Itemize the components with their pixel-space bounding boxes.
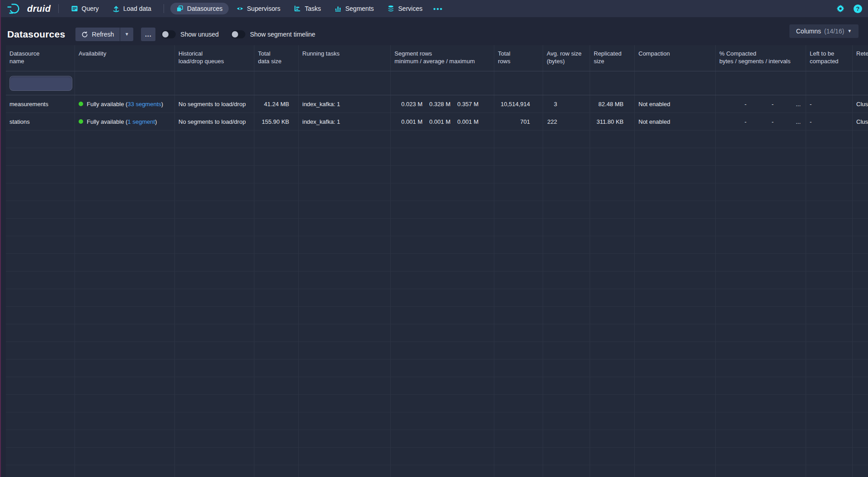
nav-item-query[interactable]: Query [65, 3, 105, 14]
column-header-availability[interactable]: Availability [75, 45, 175, 71]
nav-item-datasources[interactable]: Datasources [170, 3, 229, 14]
toolbar-more-button[interactable]: ... [141, 28, 155, 41]
table-row-empty [6, 271, 868, 289]
cell-total-rows: 10,514,914 [494, 95, 543, 112]
cell-pct-compacted: - - ... [716, 95, 806, 112]
refresh-button[interactable]: Refresh [75, 28, 120, 41]
column-header-total-data-size[interactable]: Totaldata size [254, 45, 299, 71]
table-row-empty [6, 395, 868, 412]
cell-pct-compacted: - - ... [716, 113, 806, 130]
cell-availability: Fully available (1 segment) [75, 113, 175, 130]
segments-icon [334, 5, 342, 12]
column-header-total-rows[interactable]: Totalrows [494, 45, 543, 71]
toggle-label: Show segment timeline [250, 31, 315, 38]
load-data-icon [113, 5, 120, 12]
column-header-avg-row-size[interactable]: Avg. row size(bytes) [543, 45, 590, 71]
nav-item-label: Segments [345, 5, 374, 12]
cell-avg-row-size: 222 [543, 113, 590, 130]
refresh-icon [81, 31, 88, 38]
column-header-segment-rows[interactable]: Segment rowsminimum / average / maximum [391, 45, 494, 71]
page-title: Datasources [7, 29, 65, 40]
nav-item-load-data[interactable]: Load data [107, 3, 157, 14]
druid-swirl-icon [7, 3, 23, 15]
nav-item-label: Query [82, 5, 99, 12]
cell-datasource-name[interactable]: measurements [6, 95, 75, 112]
cell-compaction[interactable]: Not enabled [635, 95, 716, 112]
supervisors-icon [236, 5, 244, 12]
column-header-left-to-be-compacted[interactable]: Left to becompacted [806, 45, 853, 71]
datasource-name-filter-input[interactable] [9, 76, 72, 91]
cell-segment-rows: 0.023 M 0.328 M 0.357 M [391, 95, 494, 112]
cell-compaction[interactable]: Not enabled [635, 113, 716, 130]
column-header-pct-compacted[interactable]: % Compactedbytes / segments / intervals [716, 45, 806, 71]
table-row-empty [6, 412, 868, 430]
refresh-interval-caret-button[interactable]: ▼ [120, 28, 133, 41]
query-icon [71, 5, 78, 12]
column-header-compaction[interactable]: Compaction [635, 45, 716, 71]
cell-running-tasks: index_kafka: 1 [299, 95, 391, 112]
nav-item-label: Services [398, 5, 422, 12]
column-header-replicated-size[interactable]: Replicatedsize [590, 45, 635, 71]
nav-item-tasks[interactable]: Tasks [288, 3, 327, 14]
cell-replicated-size: 82.48 MB [590, 95, 635, 112]
top-navbar: druid Query Load data Datasources [0, 0, 868, 17]
window-left-edge [0, 0, 1, 477]
toggle-knob [162, 31, 169, 37]
cell-total-data-size: 41.24 MB [254, 95, 299, 112]
nav-item-segments[interactable]: Segments [328, 3, 380, 14]
nav-item-label: Datasources [187, 5, 223, 12]
table-row-empty [6, 183, 868, 201]
druid-logo[interactable]: druid [7, 3, 51, 15]
show-unused-toggle[interactable]: Show unused [161, 30, 225, 38]
table-row-empty [6, 166, 868, 183]
table-row-empty [6, 377, 868, 395]
toggle-track[interactable] [161, 30, 176, 38]
segments-count-link[interactable]: 1 segment [127, 118, 155, 125]
show-segment-timeline-toggle[interactable]: Show segment timeline [231, 30, 322, 38]
nav-item-supervisors[interactable]: Supervisors [230, 3, 286, 14]
cell-replicated-size: 311.80 KB [590, 113, 635, 130]
chevron-down-icon: ▼ [847, 29, 852, 33]
table-row-empty [6, 219, 868, 236]
brand-wordmark: druid [27, 4, 51, 14]
column-header-retention[interactable]: Retention [853, 45, 868, 71]
table-header-row: Datasourcename Availability Historicallo… [6, 45, 868, 71]
segments-count-link[interactable]: 33 segments [127, 101, 161, 108]
nav-item-label: Load data [123, 5, 151, 12]
columns-label: Columns [796, 28, 821, 35]
cell-datasource-name[interactable]: stations [6, 113, 75, 130]
availability-status-dot [79, 119, 83, 124]
cell-avg-row-size: 3 [543, 95, 590, 112]
chevron-down-icon: ▼ [125, 32, 129, 37]
table-row-empty [6, 254, 868, 271]
nav-divider [58, 4, 59, 13]
cell-segment-rows: 0.001 M 0.001 M 0.001 M [391, 113, 494, 130]
nav-item-services[interactable]: Services [381, 3, 428, 14]
toggle-track[interactable] [231, 30, 245, 38]
nav-overflow-button[interactable]: ••• [429, 5, 447, 13]
table-row-empty [6, 448, 868, 465]
cell-retention[interactable]: Cluster default [853, 113, 868, 130]
column-header-running-tasks[interactable]: Running tasks [299, 45, 391, 71]
services-icon [387, 5, 394, 12]
table-row-empty [6, 307, 868, 324]
column-header-historical-queues[interactable]: Historicalload/drop queues [175, 45, 254, 71]
toggle-knob [232, 31, 238, 37]
availability-status-dot [79, 102, 83, 106]
navbar-right-group: ? [836, 4, 862, 13]
column-header-datasource-name[interactable]: Datasourcename [6, 45, 75, 71]
cell-left-to-be-compacted: - [806, 95, 853, 112]
table-row-empty [6, 201, 868, 219]
table-row-empty [6, 430, 868, 448]
table-row-empty [6, 148, 868, 166]
table-row-empty [6, 236, 868, 254]
cell-historical-queues: No segments to load/drop [175, 95, 254, 112]
table-row-stations[interactable]: stations Fully available (1 segment) No … [6, 113, 868, 131]
nav-divider [164, 4, 164, 13]
table-row-measurements[interactable]: measurements Fully available (33 segment… [6, 95, 868, 113]
cell-retention[interactable]: Cluster default [853, 95, 868, 112]
help-icon[interactable]: ? [854, 5, 862, 13]
columns-picker-button[interactable]: Columns (14/16) ▼ [789, 24, 859, 38]
nav-item-label: Tasks [305, 5, 321, 12]
settings-gear-icon[interactable] [836, 4, 845, 13]
